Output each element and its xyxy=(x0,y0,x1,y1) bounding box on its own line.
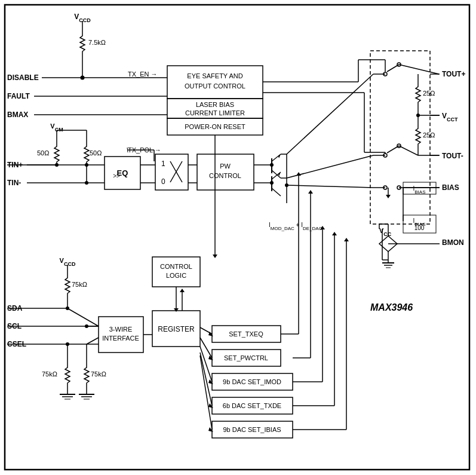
svg-marker-116 xyxy=(180,289,185,292)
bias-label: BIAS xyxy=(442,183,459,192)
svg-rect-27 xyxy=(155,154,188,190)
svg-marker-139 xyxy=(308,190,313,194)
r75k-right-label: 75kΩ xyxy=(91,370,106,378)
tout-plus-label: TOUT+ xyxy=(442,70,465,78)
main-container: VCCD 7.5kΩ DISABLE FAULT BMAX TX_EN → EY… xyxy=(0,0,476,475)
interface-label: INTERFACE xyxy=(102,335,139,342)
set-txeq-label: SET_TXEQ xyxy=(229,330,263,338)
register-label: REGISTER xyxy=(158,325,195,333)
r-7k5-label: 7.5kΩ xyxy=(88,39,106,46)
svg-line-129 xyxy=(200,353,212,406)
scl-label: SCL xyxy=(7,322,22,330)
tx-en-label: TX_EN → xyxy=(128,71,158,78)
pw-label: PW xyxy=(220,163,231,170)
tout-minus-label: TOUT- xyxy=(442,152,463,160)
svg-marker-130 xyxy=(208,403,213,408)
r50-2-label: 50Ω xyxy=(90,149,102,157)
eye-safety-label: EYE SAFETY AND xyxy=(187,72,242,79)
disable-label: DISABLE xyxy=(7,73,39,82)
svg-marker-145 xyxy=(332,232,337,235)
svg-line-123 xyxy=(200,338,212,358)
svg-marker-118 xyxy=(213,255,217,258)
svg-line-89 xyxy=(287,185,373,188)
svg-point-50 xyxy=(270,163,274,167)
set-pwctrl-label: SET_PWCTRL xyxy=(224,354,268,361)
ibias-box-label: IBIAS xyxy=(413,185,425,195)
control-label: CONTROL xyxy=(209,172,241,179)
svg-line-44 xyxy=(272,188,281,196)
svg-line-132 xyxy=(200,356,212,430)
current-limiter-label: CURRENT LIMITER xyxy=(185,109,245,117)
tin-plus-label: TIN+ xyxy=(7,161,23,169)
r100-label: 100 xyxy=(414,225,425,231)
svg-line-87 xyxy=(287,74,373,154)
svg-point-51 xyxy=(270,181,274,185)
svg-text:>>: >> xyxy=(113,173,120,179)
bmon-label: BMON xyxy=(442,238,464,247)
r75k-top-label: 75kΩ xyxy=(72,281,87,288)
logic-label: LOGIC xyxy=(166,272,186,279)
r75k-left-label: 75kΩ xyxy=(42,370,57,378)
svg-marker-148 xyxy=(344,238,349,241)
bmax-label: BMAX xyxy=(7,111,28,119)
wire3-label: 3-WIRE xyxy=(109,326,133,333)
laser-bias-label: LASER BIAS xyxy=(196,101,234,108)
tin-minus-label: TIN- xyxy=(7,179,21,187)
svg-marker-114 xyxy=(174,308,179,312)
vcc-label: VCC xyxy=(379,227,392,237)
control-label2: CONTROL xyxy=(160,263,192,270)
set-txde-label: 6b DAC SET_TXDE xyxy=(223,402,281,409)
fault-label: FAULT xyxy=(7,92,30,100)
svg-line-99 xyxy=(67,308,99,326)
csel-label: CSEL xyxy=(7,340,26,348)
svg-line-68 xyxy=(399,146,418,155)
max3946-label: MAX3946 xyxy=(370,302,413,312)
sda-label: SDA xyxy=(7,304,23,312)
power-on-reset-label: POWER-ON RESET xyxy=(185,123,245,130)
zero-label: 0 xyxy=(161,177,165,186)
svg-marker-136 xyxy=(296,172,301,176)
svg-marker-127 xyxy=(208,379,213,384)
svg-marker-133 xyxy=(208,427,213,432)
set-ibias-label: 9b DAC SET_IBIAS xyxy=(223,426,281,433)
svg-marker-76 xyxy=(386,195,391,198)
output-control-label: OUTPUT CONTROL xyxy=(185,82,245,90)
svg-line-164 xyxy=(87,338,99,344)
set-imod-label: 9b DAC SET_IMOD xyxy=(223,378,281,385)
vcct-label: VCCT xyxy=(442,112,458,122)
r25-2-label: 25Ω xyxy=(423,131,435,139)
r25-1-label: 25Ω xyxy=(423,90,435,97)
r50-1-label: 50Ω xyxy=(37,149,49,157)
one-label: 1 xyxy=(161,160,165,168)
imod-dac-label: IMOD_DAC + IDE_DAC xyxy=(269,222,323,231)
svg-line-57 xyxy=(399,65,439,74)
